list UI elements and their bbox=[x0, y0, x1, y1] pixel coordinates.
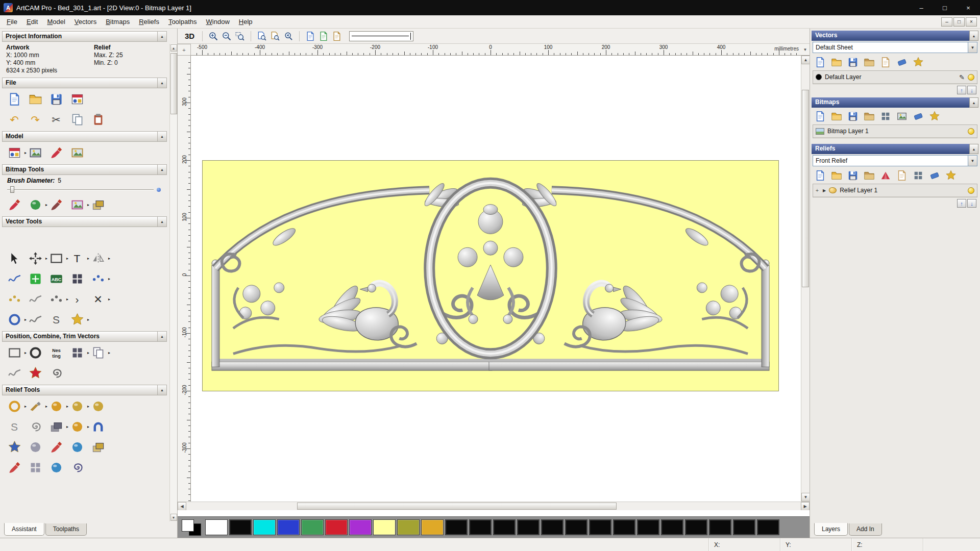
collapse-project-information-button[interactable]: ▲ bbox=[158, 31, 167, 42]
nesting-icon[interactable] bbox=[48, 344, 64, 361]
draw-icon[interactable] bbox=[48, 196, 64, 213]
undo-icon[interactable]: ↶ bbox=[6, 111, 22, 128]
import-bitmap-icon[interactable] bbox=[863, 110, 876, 123]
color-swatch[interactable] bbox=[733, 519, 755, 535]
import-relief-icon[interactable] bbox=[863, 169, 876, 182]
offset-relief-icon[interactable] bbox=[90, 439, 106, 455]
save-model-icon[interactable] bbox=[48, 91, 64, 107]
collapse-vector-tools-button[interactable]: ▲ bbox=[158, 216, 167, 227]
delete-vector-layer-icon[interactable] bbox=[895, 56, 909, 69]
flyout-arrow-icon[interactable]: ▸ bbox=[108, 350, 110, 355]
zoom-out-icon[interactable] bbox=[220, 30, 233, 42]
smooth-curve-icon[interactable]: S bbox=[6, 418, 22, 435]
color-swatch[interactable] bbox=[469, 519, 492, 535]
flyout-arrow-icon[interactable]: ▸ bbox=[24, 350, 27, 355]
merge-bitmap-layers-icon[interactable] bbox=[928, 110, 941, 123]
flyout-arrow-icon[interactable]: ▸ bbox=[108, 256, 110, 261]
tab-toolpaths[interactable]: Toolpaths bbox=[45, 523, 87, 536]
flyout-arrow-icon[interactable]: ▸ bbox=[108, 297, 110, 302]
create-circle-icon[interactable]: ▸ bbox=[6, 311, 22, 328]
collapse-bitmaps-button[interactable]: ▲ bbox=[969, 97, 978, 108]
block-copy-icon[interactable]: ▸ bbox=[69, 344, 85, 361]
save-vector-layer-icon[interactable] bbox=[846, 56, 860, 69]
tab-layers[interactable]: Layers bbox=[814, 523, 848, 536]
mdi-close-button[interactable]: × bbox=[966, 17, 977, 27]
primary-color-swatch[interactable] bbox=[182, 519, 194, 532]
emboss-relief-icon[interactable]: ▸ bbox=[69, 398, 85, 414]
move-layer-down-button[interactable]: ↓ bbox=[967, 86, 976, 94]
ruler-corner-button[interactable]: + bbox=[178, 44, 191, 56]
color-swatch[interactable] bbox=[349, 519, 372, 535]
line-width-selector[interactable] bbox=[349, 31, 413, 41]
circular-copy-icon[interactable] bbox=[27, 344, 43, 361]
fit-to-curve-icon[interactable] bbox=[6, 365, 22, 381]
adjust-model-icon[interactable] bbox=[27, 144, 43, 161]
file-options-icon[interactable] bbox=[69, 91, 85, 107]
fit-curve-to-points-icon[interactable] bbox=[27, 291, 43, 307]
texture-relief-icon[interactable] bbox=[90, 398, 106, 414]
slider-handle[interactable] bbox=[10, 186, 14, 193]
menu-model[interactable]: Model bbox=[42, 16, 69, 27]
offset-vectors-icon[interactable]: ▸ bbox=[90, 344, 106, 361]
scroll-down-button[interactable]: ▼ bbox=[801, 493, 810, 502]
create-text-icon[interactable]: T▸ bbox=[69, 250, 85, 266]
primary-secondary-colour-widget[interactable] bbox=[181, 518, 203, 537]
color-swatch[interactable] bbox=[397, 519, 420, 535]
envelope-distort-icon[interactable] bbox=[90, 418, 106, 435]
smooth-relief-layer-icon[interactable] bbox=[879, 169, 892, 182]
flyout-arrow-icon[interactable]: ▸ bbox=[45, 404, 47, 409]
flyout-arrow-icon[interactable]: ▸ bbox=[108, 277, 110, 281]
zoom-page-icon[interactable] bbox=[256, 30, 268, 42]
layer-visibility-icon[interactable] bbox=[968, 187, 974, 194]
texture-flow-icon[interactable] bbox=[69, 439, 85, 455]
color-swatch[interactable] bbox=[613, 519, 635, 535]
tab-add-in[interactable]: Add In bbox=[849, 523, 882, 536]
flyout-arrow-icon[interactable]: ▸ bbox=[66, 404, 68, 409]
sculpt-model-icon[interactable] bbox=[48, 144, 64, 161]
color-swatch[interactable] bbox=[565, 519, 587, 535]
paint-icon[interactable] bbox=[6, 196, 22, 213]
mdi-restore-button[interactable]: □ bbox=[953, 17, 965, 27]
greyscale-from-image-icon[interactable] bbox=[69, 144, 85, 161]
shape-editor-icon[interactable]: ▸ bbox=[6, 398, 22, 414]
new-relief-layer-icon[interactable]: + bbox=[816, 188, 820, 193]
color-swatch[interactable] bbox=[661, 519, 683, 535]
scroll-left-button[interactable]: ◀ bbox=[178, 502, 186, 511]
merge-vector-layers-icon[interactable] bbox=[912, 56, 925, 69]
weld-vectors-icon[interactable] bbox=[27, 365, 43, 381]
weave-wizard-icon[interactable] bbox=[27, 418, 43, 435]
node-editing-icon[interactable] bbox=[27, 270, 43, 287]
flyout-arrow-icon[interactable]: ▸ bbox=[66, 424, 68, 429]
collapse-file-button[interactable]: ▲ bbox=[158, 78, 167, 88]
delete-bitmap-layer-icon[interactable] bbox=[912, 110, 925, 123]
scroll-down-button[interactable]: ▼ bbox=[170, 514, 177, 521]
scroll-up-button[interactable]: ▲ bbox=[801, 56, 810, 64]
sculpting-icon[interactable]: ▸ bbox=[48, 398, 64, 414]
expand-layer-icon[interactable]: ▶ bbox=[823, 188, 826, 193]
color-swatch[interactable] bbox=[517, 519, 540, 535]
color-swatch[interactable] bbox=[229, 519, 252, 535]
collapse-position-tools-button[interactable]: ▲ bbox=[158, 331, 167, 342]
layer-colour-swatch[interactable] bbox=[816, 74, 822, 80]
zoom-window-icon[interactable] bbox=[234, 30, 246, 42]
collapse-bitmap-tools-button[interactable]: ▲ bbox=[158, 164, 167, 175]
save-bitmap-layer-icon[interactable] bbox=[846, 110, 860, 123]
relief-options-icon[interactable] bbox=[912, 169, 925, 182]
flyout-arrow-icon[interactable]: ▸ bbox=[87, 350, 89, 355]
menu-toolpaths[interactable]: Toolpaths bbox=[164, 16, 202, 27]
color-swatch[interactable] bbox=[541, 519, 564, 535]
flyout-arrow-icon[interactable]: ▸ bbox=[87, 317, 89, 322]
layer-visibility-icon[interactable] bbox=[968, 74, 974, 81]
export-relief-icon[interactable] bbox=[895, 169, 909, 182]
mdi-minimize-button[interactable]: – bbox=[941, 17, 952, 27]
menu-window[interactable]: Window bbox=[202, 16, 234, 27]
color-swatch[interactable] bbox=[445, 519, 468, 535]
flood-fill-icon[interactable] bbox=[90, 196, 106, 213]
brush-diameter-slider[interactable] bbox=[7, 185, 161, 193]
view-options-icon[interactable] bbox=[331, 30, 343, 42]
flyout-arrow-icon[interactable]: ▸ bbox=[24, 404, 27, 409]
zoom-previous-icon[interactable] bbox=[282, 30, 295, 42]
color-swatch[interactable] bbox=[325, 519, 348, 535]
menu-help[interactable]: Help bbox=[234, 16, 257, 27]
switch-3d-view-button[interactable]: 3D bbox=[182, 31, 198, 41]
